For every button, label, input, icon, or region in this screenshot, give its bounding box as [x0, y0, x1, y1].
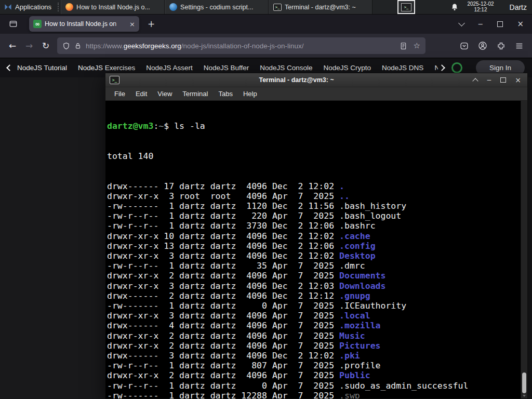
tray-terminal-launcher[interactable]: >_	[397, 0, 415, 14]
clock-time: 12:12	[467, 7, 494, 13]
taskbar-tray: >_	[397, 0, 415, 14]
terminal-menu-item[interactable]: View	[153, 89, 177, 99]
terminal-close-button[interactable]: ×	[515, 76, 521, 84]
bookmark-star-icon[interactable]: ☆	[414, 41, 420, 50]
back-button[interactable]: ←	[4, 37, 21, 54]
notification-bell-icon[interactable]	[450, 3, 459, 11]
pocket-icon[interactable]	[460, 42, 469, 50]
file-name: .profile	[339, 361, 380, 370]
terminal-listing: drwx------ 17 dartz dartz 4096 Dec 2 12:…	[107, 181, 521, 398]
listing-meta: -rw-r--r-- 1 dartz dartz 220 Apr 7 2025	[107, 211, 339, 221]
site-nav-link[interactable]: NodeJS Assert	[146, 64, 192, 72]
file-name: .swp	[339, 391, 360, 398]
listing-meta: drwx------ 4 dartz dartz 4096 Apr 7 2025	[107, 321, 339, 330]
terminal-output-line: -rw------- 1 dartz dartz 0 Apr 7 2025 .I…	[107, 301, 521, 311]
firefox-view-button[interactable]	[5, 17, 21, 31]
terminal-output-line: drwx------ 3 dartz dartz 4096 Dec 2 12:0…	[107, 351, 521, 361]
navigation-toolbar: ← → ↻ https://www.geeksforgeeks.org/node…	[0, 34, 532, 58]
terminal-output-line: drwxr-xr-x 3 dartz dartz 4096 Apr 7 2025…	[107, 311, 521, 321]
user-menu[interactable]: Dartz	[510, 3, 527, 11]
maximize-button[interactable]	[497, 21, 503, 27]
url-host: geeksforgeeks.org	[124, 42, 181, 50]
listing-meta: drwxr-xr-x 13 dartz dartz 4096 Dec 2 12:…	[107, 241, 339, 251]
directory-name: Downloads	[339, 281, 385, 291]
file-name: .dmrc	[339, 261, 365, 271]
panel-separator	[58, 3, 59, 11]
terminal-output-line: -rw------- 1 dartz dartz 12288 Apr 7 202…	[107, 391, 521, 398]
taskbar-window-button[interactable]: How to Install Node.js o...	[61, 0, 165, 14]
toolbar-extras	[460, 41, 528, 50]
menu-hamburger-icon[interactable]	[515, 42, 524, 50]
list-all-tabs-icon[interactable]	[458, 20, 465, 26]
prompt-command: $ ls -la	[164, 121, 205, 131]
lock-icon[interactable]	[74, 42, 82, 50]
nav-scroll-left-icon[interactable]	[6, 64, 13, 71]
distro-logo-icon	[4, 3, 12, 11]
taskbar-window-button[interactable]: Settings - codium script...	[165, 0, 269, 14]
listing-meta: -rw------- 1 dartz dartz 12288 Apr 7 202…	[107, 391, 339, 398]
shade-window-icon[interactable]	[473, 78, 478, 84]
site-nav-link[interactable]: NodeJS Tutorial	[17, 64, 67, 72]
account-icon[interactable]	[478, 41, 487, 50]
tracking-shield-icon[interactable]	[62, 42, 70, 50]
terminal-output-line: -rw-r--r-- 1 dartz dartz 3730 Dec 2 12:0…	[107, 221, 521, 231]
taskbar-status-area: 2025-12-02 12:12 Dartz	[450, 0, 532, 14]
terminal-menu-item[interactable]: Edit	[131, 89, 152, 99]
terminal-maximize-button[interactable]	[500, 77, 506, 83]
terminal-output-line: drwxr-xr-x 10 dartz dartz 4096 Dec 2 12:…	[107, 231, 521, 241]
directory-name: .gnupg	[339, 291, 370, 301]
terminal-output-line: drwxr-xr-x 2 dartz dartz 4096 Apr 7 2025…	[107, 341, 521, 351]
terminal-minimize-button[interactable]: −	[486, 76, 491, 84]
site-nav-link[interactable]: NodeJS Exercises	[78, 64, 135, 72]
terminal-titlebar[interactable]: >_ Terminal - dartz@vm3: ~ − ×	[105, 73, 527, 87]
taskbar-window-button[interactable]: >_Terminal - dartz@vm3: ~	[269, 0, 373, 14]
url-text[interactable]: https://www.geeksforgeeks.org/node-js/in…	[86, 42, 395, 50]
site-nav-items: NodeJS TutorialNodeJS ExercisesNodeJS As…	[17, 64, 438, 72]
terminal-output-line: drwx------ 4 dartz dartz 4096 Apr 7 2025…	[107, 321, 521, 330]
terminal-content[interactable]: dartz@vm3:~$ ls -la total 140 drwx------…	[105, 101, 521, 398]
active-tab[interactable]: ∞ How to Install Node.js on ×	[29, 16, 139, 32]
terminal-output-line: drwxr-xr-x 13 dartz dartz 4096 Dec 2 12:…	[107, 241, 521, 251]
clock[interactable]: 2025-12-02 12:12	[467, 2, 494, 12]
terminal-output-line: drwxr-xr-x 3 dartz dartz 4096 Dec 2 12:0…	[107, 251, 521, 261]
url-scheme: https://www.	[86, 42, 124, 50]
terminal-output-line: -rw-r--r-- 1 dartz dartz 35 Apr 7 2025 .…	[107, 261, 521, 271]
directory-name: .pki	[339, 351, 360, 361]
terminal-menu-item[interactable]: Help	[238, 89, 262, 99]
url-bar[interactable]: https://www.geeksforgeeks.org/node-js/in…	[57, 37, 425, 54]
listing-meta: -rw-r--r-- 1 dartz dartz 0 Apr 7 2025	[107, 381, 339, 391]
terminal-output-line: -rw------- 1 dartz dartz 1120 Dec 2 11:5…	[107, 201, 521, 211]
nav-scroll-right-icon[interactable]	[438, 64, 445, 71]
listing-meta: drwx------ 17 dartz dartz 4096 Dec 2 12:…	[107, 181, 339, 191]
window-controls: − ×	[459, 19, 532, 29]
terminal-total-line: total 140	[107, 151, 521, 161]
new-tab-button[interactable]: +	[148, 19, 155, 29]
geeksforgeeks-logo-icon[interactable]	[451, 62, 462, 73]
directory-name: .local	[339, 311, 370, 321]
site-nav-link[interactable]: NodeJS Crypto	[324, 64, 371, 72]
listing-meta: drwx------ 3 dartz dartz 4096 Dec 2 12:0…	[107, 351, 339, 361]
tab-close-icon[interactable]: ×	[129, 20, 135, 28]
file-name: .bash_logout	[339, 211, 401, 221]
extensions-puzzle-icon[interactable]	[497, 42, 506, 50]
reader-mode-icon[interactable]	[400, 42, 407, 50]
terminal-scrollbar-thumb[interactable]	[522, 373, 526, 393]
close-button[interactable]: ×	[517, 19, 524, 29]
directory-name: Desktop	[339, 251, 376, 261]
site-nav-link[interactable]: NodeJS Buffer	[204, 64, 249, 72]
applications-label: Applications	[15, 3, 51, 11]
terminal-menu-item[interactable]: Terminal	[178, 89, 212, 99]
applications-menu-button[interactable]: Applications	[0, 0, 56, 14]
terminal-scrollbar[interactable]	[521, 101, 527, 398]
minimize-button[interactable]: −	[478, 20, 484, 28]
site-nav-link[interactable]: NodeJS DNS	[382, 64, 423, 72]
reload-button[interactable]: ↻	[37, 37, 54, 54]
terminal-output-line: drwxr-xr-x 3 root root 4096 Apr 7 2025 .…	[107, 191, 521, 201]
listing-meta: drwxr-xr-x 10 dartz dartz 4096 Dec 2 12:…	[107, 231, 339, 241]
site-nav-link[interactable]: NodeJS Console	[260, 64, 312, 72]
terminal-menu-item[interactable]: File	[110, 89, 130, 99]
terminal-menu-item[interactable]: Tabs	[214, 89, 237, 99]
site-nav-link[interactable]: Node	[434, 64, 438, 72]
directory-name: Music	[339, 331, 365, 341]
forward-button[interactable]: →	[21, 37, 37, 54]
